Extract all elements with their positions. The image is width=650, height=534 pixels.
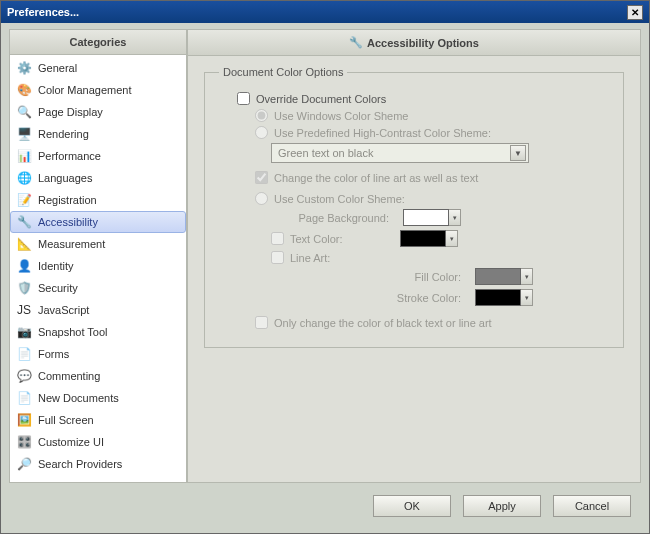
text-color-swatch[interactable]: ▾ [400, 230, 458, 247]
sidebar-item-color-management[interactable]: 🎨Color Management [10, 79, 186, 101]
sidebar-item-security[interactable]: 🛡️Security [10, 277, 186, 299]
full-screen-icon: 🖼️ [16, 412, 32, 428]
snapshot-tool-icon: 📷 [16, 324, 32, 340]
sidebar-item-label: New Documents [38, 392, 119, 404]
close-button[interactable]: ✕ [627, 5, 643, 20]
languages-icon: 🌐 [16, 170, 32, 186]
panel: 🔧 Accessibility Options Document Color O… [187, 29, 641, 483]
use-windows-scheme-label: Use Windows Color Sheme [274, 110, 409, 122]
panel-title: Accessibility Options [367, 37, 479, 49]
panel-body: Document Color Options Override Document… [187, 56, 641, 483]
sidebar-item-label: Security [38, 282, 78, 294]
cancel-button[interactable]: Cancel [553, 495, 631, 517]
stroke-color-label: Stroke Color: [389, 292, 469, 304]
chevron-down-icon: ▾ [449, 209, 461, 226]
forms-icon: 📄 [16, 346, 32, 362]
override-colors-label: Override Document Colors [256, 93, 386, 105]
sidebar-item-label: Registration [38, 194, 97, 206]
fill-color-label: Fill Color: [389, 271, 469, 283]
ok-button[interactable]: OK [373, 495, 451, 517]
text-color-label: Text Color: [290, 233, 394, 245]
sidebar-item-label: General [38, 62, 77, 74]
sidebar-item-languages[interactable]: 🌐Languages [10, 167, 186, 189]
override-colors-checkbox[interactable] [237, 92, 250, 105]
text-color-checkbox[interactable] [271, 232, 284, 245]
commenting-icon: 💬 [16, 368, 32, 384]
sidebar-item-customize-ui[interactable]: 🎛️Customize UI [10, 431, 186, 453]
measurement-icon: 📐 [16, 236, 32, 252]
chevron-down-icon: ▼ [510, 145, 526, 161]
category-list[interactable]: ⚙️General🎨Color Management🔍Page Display🖥… [9, 55, 187, 483]
text-color-color [400, 230, 446, 247]
stroke-color-swatch[interactable]: ▾ [475, 289, 533, 306]
only-black-checkbox[interactable] [255, 316, 268, 329]
new-documents-icon: 📄 [16, 390, 32, 406]
sidebar-item-label: Forms [38, 348, 69, 360]
security-icon: 🛡️ [16, 280, 32, 296]
use-custom-scheme-radio[interactable] [255, 192, 268, 205]
preferences-dialog: Preferences... ✕ Categories ⚙️General🎨Co… [0, 0, 650, 534]
window-title: Preferences... [7, 6, 79, 18]
use-custom-scheme-label: Use Custom Color Sheme: [274, 193, 405, 205]
sidebar-item-accessibility[interactable]: 🔧Accessibility [10, 211, 186, 233]
predefined-scheme-combo[interactable]: Green text on black ▼ [271, 143, 529, 163]
line-art-checkbox[interactable] [271, 251, 284, 264]
page-bg-label: Page Background: [271, 212, 397, 224]
sidebar-item-performance[interactable]: 📊Performance [10, 145, 186, 167]
sidebar-item-registration[interactable]: 📝Registration [10, 189, 186, 211]
sidebar-item-label: JavaScript [38, 304, 89, 316]
dialog-body: Categories ⚙️General🎨Color Management🔍Pa… [1, 23, 649, 485]
sidebar-item-label: Search Providers [38, 458, 122, 470]
sidebar-item-label: Measurement [38, 238, 105, 250]
fill-color-swatch[interactable]: ▾ [475, 268, 533, 285]
fill-color-color [475, 268, 521, 285]
sidebar-item-search-providers[interactable]: 🔎Search Providers [10, 453, 186, 475]
customize-ui-icon: 🎛️ [16, 434, 32, 450]
use-windows-scheme-radio[interactable] [255, 109, 268, 122]
sidebar-item-rendering[interactable]: 🖥️Rendering [10, 123, 186, 145]
performance-icon: 📊 [16, 148, 32, 164]
sidebar-item-label: Languages [38, 172, 92, 184]
javascript-icon: JS [16, 302, 32, 318]
apply-button[interactable]: Apply [463, 495, 541, 517]
sidebar-item-label: Color Management [38, 84, 132, 96]
sidebar: Categories ⚙️General🎨Color Management🔍Pa… [9, 29, 187, 483]
sidebar-item-javascript[interactable]: JSJavaScript [10, 299, 186, 321]
line-art-label: Line Art: [290, 252, 394, 264]
sidebar-item-page-display[interactable]: 🔍Page Display [10, 101, 186, 123]
sidebar-item-label: Full Screen [38, 414, 94, 426]
sidebar-header: Categories [9, 29, 187, 55]
identity-icon: 👤 [16, 258, 32, 274]
sidebar-item-label: Accessibility [38, 216, 98, 228]
sidebar-item-full-screen[interactable]: 🖼️Full Screen [10, 409, 186, 431]
rendering-icon: 🖥️ [16, 126, 32, 142]
general-icon: ⚙️ [16, 60, 32, 76]
sidebar-item-label: Commenting [38, 370, 100, 382]
page-bg-color [403, 209, 449, 226]
chevron-down-icon: ▾ [521, 268, 533, 285]
page-bg-swatch[interactable]: ▾ [403, 209, 461, 226]
sidebar-item-commenting[interactable]: 💬Commenting [10, 365, 186, 387]
predefined-scheme-value: Green text on black [278, 147, 373, 159]
sidebar-item-new-documents[interactable]: 📄New Documents [10, 387, 186, 409]
sidebar-item-forms[interactable]: 📄Forms [10, 343, 186, 365]
button-bar: OK Apply Cancel [1, 485, 649, 533]
change-lineart-label: Change the color of line art as well as … [274, 172, 478, 184]
use-predefined-scheme-radio[interactable] [255, 126, 268, 139]
groupbox-legend: Document Color Options [219, 66, 347, 78]
sidebar-item-general[interactable]: ⚙️General [10, 57, 186, 79]
sidebar-item-label: Rendering [38, 128, 89, 140]
sidebar-item-snapshot-tool[interactable]: 📷Snapshot Tool [10, 321, 186, 343]
accessibility-icon: 🔧 [16, 214, 32, 230]
sidebar-item-measurement[interactable]: 📐Measurement [10, 233, 186, 255]
document-color-options-group: Document Color Options Override Document… [204, 66, 624, 348]
sidebar-item-label: Performance [38, 150, 101, 162]
change-lineart-checkbox[interactable] [255, 171, 268, 184]
page-display-icon: 🔍 [16, 104, 32, 120]
sidebar-item-identity[interactable]: 👤Identity [10, 255, 186, 277]
only-black-label: Only change the color of black text or l… [274, 317, 492, 329]
sidebar-item-label: Snapshot Tool [38, 326, 108, 338]
sidebar-item-label: Page Display [38, 106, 103, 118]
sidebar-item-label: Identity [38, 260, 73, 272]
accessibility-icon: 🔧 [349, 36, 363, 49]
